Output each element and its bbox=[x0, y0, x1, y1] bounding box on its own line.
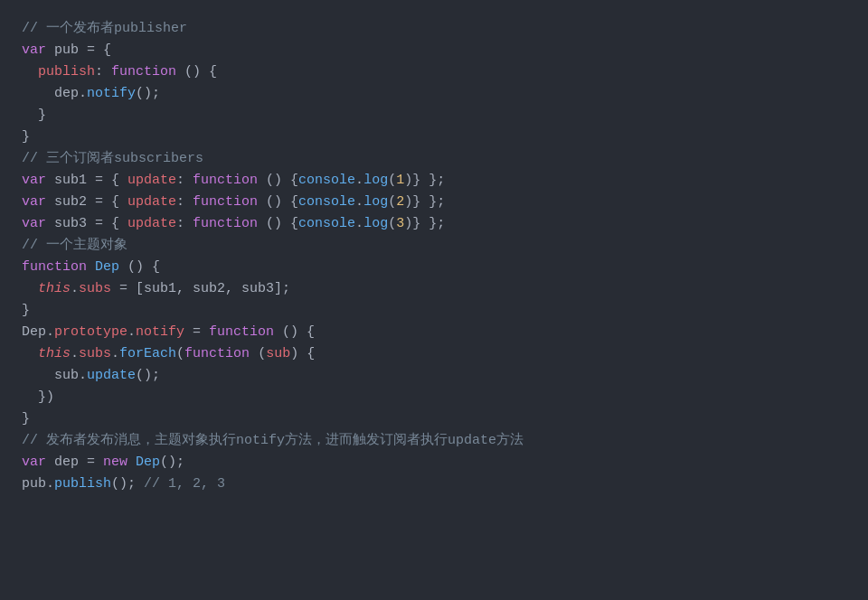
code-line-11: // 一个主题对象 bbox=[22, 235, 846, 257]
code-line-7: // 三个订阅者subscribers bbox=[22, 148, 846, 170]
code-line-9: var sub2 = { update : function () { cons… bbox=[22, 192, 846, 213]
code-line-21: var dep = new Dep (); bbox=[22, 452, 846, 473]
code-line-14: } bbox=[22, 300, 846, 322]
code-line-3: publish : function () { bbox=[22, 61, 846, 83]
code-line-2: var pub = { bbox=[22, 40, 846, 61]
code-line-5: } bbox=[22, 105, 846, 127]
code-line-19: } bbox=[22, 408, 846, 430]
code-line-1: // 一个发布者publisher bbox=[22, 18, 846, 40]
code-line-6: } bbox=[22, 127, 846, 148]
code-line-4: dep. notify (); bbox=[22, 83, 846, 105]
code-line-8: var sub1 = { update : function () { cons… bbox=[22, 170, 846, 192]
code-line-16: this . subs . forEach ( function ( sub )… bbox=[22, 343, 846, 365]
code-line-13: this . subs = [sub1, sub2, sub3]; bbox=[22, 278, 846, 300]
code-line-17: sub. update (); bbox=[22, 365, 846, 387]
code-line-22: pub. publish (); // 1, 2, 3 bbox=[22, 473, 846, 495]
code-line-20: // 发布者发布消息，主题对象执行notify方法，进而触发订阅者执行updat… bbox=[22, 430, 846, 452]
code-line-12: function Dep () { bbox=[22, 257, 846, 278]
code-line-18: }) bbox=[22, 387, 846, 408]
code-line-15: Dep. prototype . notify = function () { bbox=[22, 322, 846, 343]
comment-text: // 一个发布者publisher bbox=[22, 18, 187, 40]
code-line-10: var sub3 = { update : function () { cons… bbox=[22, 213, 846, 235]
code-editor: // 一个发布者publisher var pub = { publish : … bbox=[0, 0, 868, 600]
